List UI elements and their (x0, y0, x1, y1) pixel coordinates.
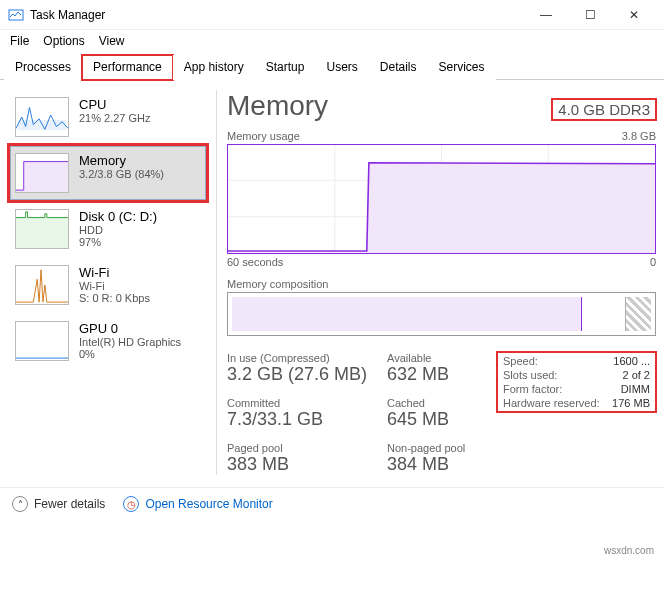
disk-thumb-icon (15, 209, 69, 249)
resource-monitor-icon: ◷ (123, 496, 139, 512)
svg-marker-2 (16, 218, 68, 248)
cpu-thumb-icon (15, 97, 69, 137)
close-button[interactable]: ✕ (612, 0, 656, 30)
graph-axis-left: 60 seconds (227, 256, 283, 268)
gpu-thumb-icon (15, 321, 69, 361)
page-title: Memory (227, 90, 328, 122)
sidebar-item-disk[interactable]: Disk 0 (C: D:) HDD 97% (10, 202, 206, 256)
menu-view[interactable]: View (99, 34, 125, 48)
tab-startup[interactable]: Startup (255, 55, 316, 80)
vertical-divider (216, 90, 217, 475)
stat-paged: Paged pool 383 MB (227, 442, 377, 475)
wifi-thumb-icon (15, 265, 69, 305)
footer: ˄ Fewer details ◷ Open Resource Monitor (0, 487, 664, 524)
menu-file[interactable]: File (10, 34, 29, 48)
sidebar-item-sub: Wi-Fi (79, 280, 150, 292)
composition-in-use (232, 297, 582, 331)
spec-row-speed: Speed: 1600 ... (499, 354, 654, 368)
stat-nonpaged: Non-paged pool 384 MB (387, 442, 487, 475)
stat-available: Available 632 MB (387, 352, 487, 385)
memory-composition-bar (227, 292, 656, 336)
sidebar-item-label: Wi-Fi (79, 265, 150, 280)
sidebar-item-label: Disk 0 (C: D:) (79, 209, 157, 224)
spec-row-slots: Slots used: 2 of 2 (499, 368, 654, 382)
tab-details[interactable]: Details (369, 55, 428, 80)
svg-marker-9 (228, 163, 655, 253)
main-panel: Memory 4.0 GB DDR3 Memory usage 3.8 GB 6… (227, 90, 656, 475)
tabstrip: Processes Performance App history Startu… (0, 54, 664, 80)
tab-users[interactable]: Users (315, 55, 368, 80)
sidebar-item-cpu[interactable]: CPU 21% 2.27 GHz (10, 90, 206, 144)
fewer-details-button[interactable]: ˄ Fewer details (12, 496, 105, 512)
memory-spec-table: Speed: 1600 ... Slots used: 2 of 2 Form … (497, 352, 656, 412)
sidebar-item-sub: HDD (79, 224, 157, 236)
window-title: Task Manager (30, 8, 105, 22)
stat-committed: Committed 7.3/33.1 GB (227, 397, 377, 430)
composition-reserved (625, 297, 651, 331)
sidebar-item-sub: 21% 2.27 GHz (79, 112, 151, 124)
graph-label-left: Memory usage (227, 130, 300, 142)
sidebar-item-gpu[interactable]: GPU 0 Intel(R) HD Graphics 0% (10, 314, 206, 368)
sidebar-item-memory[interactable]: Memory 3.2/3.8 GB (84%) (10, 146, 206, 200)
memory-thumb-icon (15, 153, 69, 193)
memory-stats: In use (Compressed) 3.2 GB (27.6 MB) Com… (227, 352, 656, 475)
maximize-button[interactable]: ☐ (568, 0, 612, 30)
sidebar-item-label: Memory (79, 153, 164, 168)
sidebar-item-sub2: S: 0 R: 0 Kbps (79, 292, 150, 304)
stat-in-use: In use (Compressed) 3.2 GB (27.6 MB) (227, 352, 377, 385)
tab-app-history[interactable]: App history (173, 55, 255, 80)
tab-services[interactable]: Services (428, 55, 496, 80)
content: CPU 21% 2.27 GHz Memory 3.2/3.8 GB (84%)… (0, 80, 664, 483)
menu-options[interactable]: Options (43, 34, 84, 48)
open-resource-monitor-label: Open Resource Monitor (145, 497, 272, 511)
titlebar: Task Manager — ☐ ✕ (0, 0, 664, 30)
menubar: File Options View (0, 30, 664, 54)
sidebar-item-sub: 3.2/3.8 GB (84%) (79, 168, 164, 180)
tab-processes[interactable]: Processes (4, 55, 82, 80)
sidebar-item-sub2: 0% (79, 348, 181, 360)
sidebar-item-sub: Intel(R) HD Graphics (79, 336, 181, 348)
sidebar-item-label: CPU (79, 97, 151, 112)
sidebar-item-label: GPU 0 (79, 321, 181, 336)
memory-usage-graph (227, 144, 656, 254)
tab-performance[interactable]: Performance (82, 55, 173, 80)
memory-composition-label: Memory composition (227, 278, 656, 290)
graph-axis-right: 0 (650, 256, 656, 268)
sidebar-item-wifi[interactable]: Wi-Fi Wi-Fi S: 0 R: 0 Kbps (10, 258, 206, 312)
fewer-details-label: Fewer details (34, 497, 105, 511)
task-manager-icon (8, 7, 24, 23)
spec-row-form: Form factor: DIMM (499, 382, 654, 396)
memory-capacity: 4.0 GB DDR3 (552, 99, 656, 120)
performance-sidebar: CPU 21% 2.27 GHz Memory 3.2/3.8 GB (84%)… (10, 90, 206, 475)
open-resource-monitor-link[interactable]: ◷ Open Resource Monitor (123, 496, 272, 512)
graph-label-right: 3.8 GB (622, 130, 656, 142)
sidebar-item-sub2: 97% (79, 236, 157, 248)
stat-cached: Cached 645 MB (387, 397, 487, 430)
minimize-button[interactable]: — (524, 0, 568, 30)
spec-row-hardware-reserved: Hardware reserved: 176 MB (499, 396, 654, 410)
chevron-up-icon: ˄ (12, 496, 28, 512)
